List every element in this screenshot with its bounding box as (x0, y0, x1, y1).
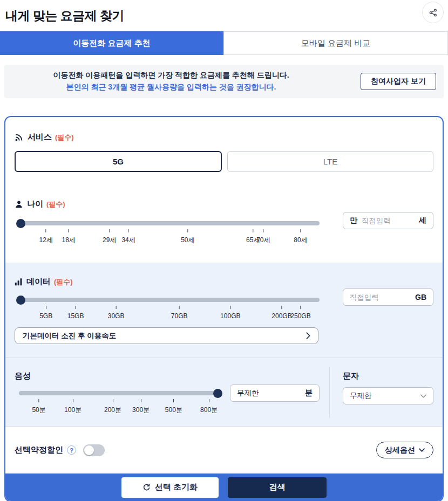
age-input-box: 만 세 (343, 212, 433, 229)
age-slider-thumb[interactable] (16, 219, 25, 228)
refresh-icon (142, 483, 151, 491)
data-slider-thumb[interactable] (16, 296, 25, 305)
slider-tick: 800분 (200, 399, 218, 415)
service-label-row: 서비스 (필수) (15, 132, 433, 142)
slider-tick: 500분 (165, 399, 182, 415)
data-label-row: 데이터 (필수) (15, 277, 433, 287)
slider-tick: 50분 (32, 399, 45, 415)
signal-bars-icon (15, 278, 23, 286)
service-required-badge: (필수) (55, 133, 74, 142)
action-bar: 선택 초기화 검색 (5, 473, 443, 501)
service-section: 서비스 (필수) 5G LTE (5, 117, 443, 184)
age-input-prefix: 만 (350, 216, 357, 225)
slider-tick: 200분 (104, 399, 121, 415)
age-required-badge: (필수) (46, 200, 65, 209)
reset-label: 선택 초기화 (155, 482, 198, 492)
voice-slider-track[interactable] (19, 391, 221, 395)
page-title: 내게 맞는 요금제 찾기 (5, 8, 443, 24)
age-label: 나이 (27, 199, 43, 209)
notice-box: 이동전화 이용패턴을 입력하면 가장 적합한 요금제를 추천해 드립니다. 본인… (4, 65, 444, 98)
voice-block: 음성 50분 100분 200분 300분 500분 800분 (5, 358, 320, 426)
voice-label: 음성 (15, 371, 31, 381)
discount-toggle[interactable] (83, 444, 105, 456)
voice-input-box: 분 (230, 385, 320, 402)
voice-label-row: 음성 (15, 371, 320, 381)
sms-selected-value: 무제한 (350, 391, 372, 401)
age-input[interactable] (362, 217, 415, 225)
discount-label: 선택약정할인 (15, 445, 63, 455)
notice-line2: 본인의 최근 3개월 평균 월사용량을 입력하는 것을 권장합니다. (12, 81, 330, 93)
slider-tick: 5GB (39, 306, 52, 320)
voice-sms-section: 음성 50분 100분 200분 300분 500분 800분 (5, 358, 443, 426)
data-speed-after-quota-button[interactable]: 기본데이터 소진 후 이용속도 (15, 327, 318, 344)
sms-block: 문자 무제한 (330, 358, 443, 426)
service-option-5g[interactable]: 5G (15, 151, 222, 172)
broadcast-icon (15, 133, 24, 142)
plan-finder-form: 서비스 (필수) 5G LTE 나이 (필수) 12세 18세 29세 (4, 116, 444, 501)
slider-tick: 200GB (271, 306, 291, 320)
tab-bar: 이동전화 요금제 추천 모바일 요금제 비교 (0, 31, 448, 55)
data-section: 데이터 (필수) 5GB 15GB 30GB 70GB 100GB 200GB … (5, 263, 443, 358)
data-slider-track[interactable] (17, 298, 320, 302)
discount-section: 선택약정할인 ? 상세옵션 (5, 426, 443, 473)
age-section: 나이 (필수) 12세 18세 29세 34세 50세 65세 70세 80세 … (5, 184, 443, 263)
slider-tick: 250GB (290, 306, 310, 320)
help-icon[interactable]: ? (67, 445, 76, 455)
reset-selection-button[interactable]: 선택 초기화 (121, 477, 219, 498)
service-option-lte[interactable]: LTE (227, 151, 433, 172)
toggle-knob (84, 445, 94, 455)
slider-tick: 70세 (256, 229, 270, 245)
slider-tick: 12세 (39, 229, 53, 245)
age-slider-ticks: 12세 18세 29세 34세 50세 65세 70세 80세 (17, 229, 320, 243)
age-label-row: 나이 (필수) (15, 199, 433, 209)
slider-tick: 18세 (62, 229, 76, 245)
slider-tick: 80세 (294, 229, 307, 245)
data-input[interactable] (350, 293, 411, 301)
chevron-down-icon (419, 448, 425, 452)
chevron-right-icon (306, 332, 310, 339)
slider-tick: 300분 (132, 399, 150, 415)
discount-left: 선택약정할인 ? (15, 444, 376, 456)
service-label: 서비스 (28, 132, 52, 142)
voice-slider-thumb[interactable] (213, 389, 222, 398)
share-button[interactable] (422, 2, 444, 23)
notice-text: 이동전화 이용패턴을 입력하면 가장 적합한 요금제를 추천해 드립니다. 본인… (12, 70, 361, 93)
share-icon (429, 8, 438, 17)
sms-select[interactable]: 무제한 (343, 387, 433, 404)
voice-input-suffix: 분 (305, 388, 313, 398)
tab-plan-recommend[interactable]: 이동전화 요금제 추천 (0, 31, 223, 55)
voice-slider: 50분 100분 200분 300분 500분 800분 (19, 391, 221, 413)
notice-line1: 이동전화 이용패턴을 입력하면 가장 적합한 요금제를 추천해 드립니다. (12, 70, 330, 81)
slider-tick: 34세 (121, 229, 135, 245)
detail-options-label: 상세옵션 (385, 445, 415, 455)
chevron-down-icon (420, 394, 426, 398)
data-slider-ticks: 5GB 15GB 30GB 70GB 100GB 200GB 250GB (17, 306, 320, 320)
slider-tick: 100GB (220, 306, 240, 320)
age-slider-track[interactable] (17, 221, 320, 225)
person-icon (15, 200, 23, 209)
tab-plan-compare[interactable]: 모바일 요금제 비교 (223, 31, 448, 55)
page-header: 내게 맞는 요금제 찾기 (0, 0, 448, 31)
age-input-suffix: 세 (419, 216, 426, 225)
data-input-suffix: GB (415, 293, 426, 301)
slider-tick: 100분 (64, 399, 82, 415)
slider-tick: 50세 (181, 229, 194, 245)
view-operators-button[interactable]: 참여사업자 보기 (361, 73, 436, 90)
data-speed-label: 기본데이터 소진 후 이용속도 (23, 331, 116, 341)
voice-input[interactable] (237, 389, 301, 397)
age-slider: 12세 18세 29세 34세 50세 65세 70세 80세 (17, 221, 320, 243)
sms-label: 문자 (343, 371, 359, 381)
data-input-box: GB (343, 289, 433, 306)
slider-tick: 30GB (108, 306, 125, 320)
sms-label-row: 문자 (343, 371, 433, 381)
slider-tick: 29세 (103, 229, 116, 245)
data-required-badge: (필수) (54, 277, 73, 287)
data-label: 데이터 (26, 277, 51, 287)
slider-tick: 70GB (171, 306, 188, 320)
search-button[interactable]: 검색 (228, 477, 327, 498)
detail-options-button[interactable]: 상세옵션 (376, 442, 433, 458)
data-slider: 5GB 15GB 30GB 70GB 100GB 200GB 250GB (17, 298, 320, 320)
slider-tick: 15GB (67, 306, 84, 320)
service-options: 5G LTE (15, 151, 433, 172)
voice-slider-ticks: 50분 100분 200분 300분 500분 800분 (19, 399, 221, 413)
